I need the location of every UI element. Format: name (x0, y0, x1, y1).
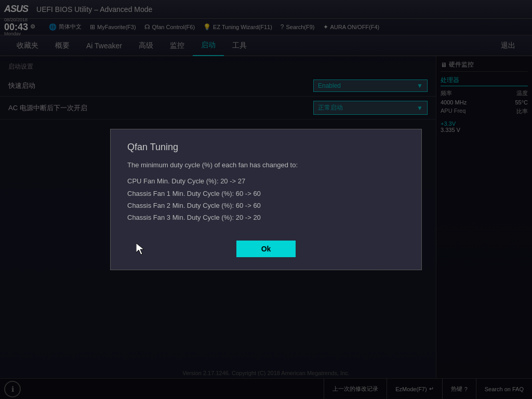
modal-title: Qfan Tuning (127, 142, 405, 153)
modal-line-4: Chassis Fan 3 Min. Duty Cycle (%): 20 ->… (127, 211, 405, 223)
modal-description: The minimum duty cycle (%) of each fan h… (127, 161, 405, 169)
modal-footer: Ok (127, 241, 405, 257)
modal-line-3: Chassis Fan 2 Min. Duty Cycle (%): 60 ->… (127, 200, 405, 211)
modal-line-1: CPU Fan Min. Duty Cycle (%): 20 -> 27 (127, 175, 405, 187)
modal-overlay: Qfan Tuning The minimum duty cycle (%) o… (0, 0, 532, 399)
ok-button[interactable]: Ok (236, 241, 296, 257)
modal-line-2: Chassis Fan 1 Min. Duty Cycle (%): 60 ->… (127, 188, 405, 200)
qfan-tuning-modal: Qfan Tuning The minimum duty cycle (%) o… (110, 129, 422, 270)
